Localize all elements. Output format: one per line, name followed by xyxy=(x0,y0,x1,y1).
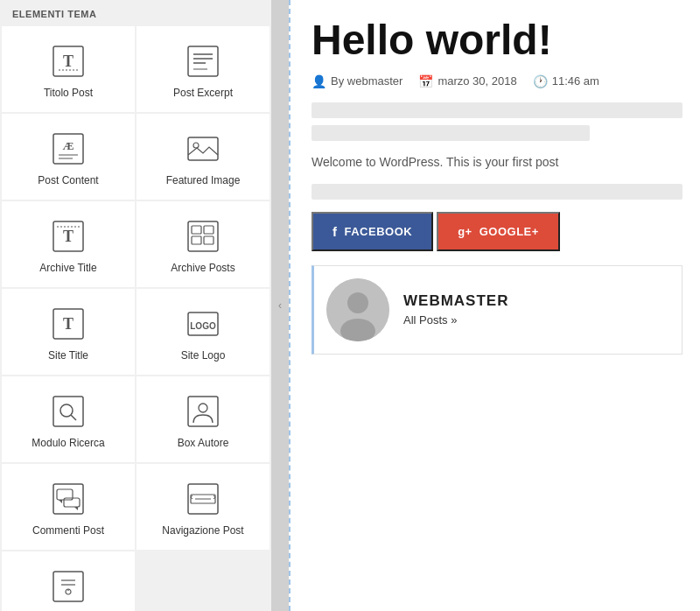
svg-rect-20 xyxy=(192,236,201,244)
post-content-label: Post Content xyxy=(38,174,98,186)
author-icon xyxy=(185,393,221,430)
grid-item-post-info[interactable]: Post Info xyxy=(2,551,135,611)
svg-marker-35 xyxy=(74,507,78,510)
site-logo-label: Site Logo xyxy=(181,349,226,362)
archive-title-label: Archive Title xyxy=(39,262,96,274)
archive-posts-label: Archive Posts xyxy=(171,262,234,274)
author-box: WEBMASTER All Posts » xyxy=(312,265,682,355)
post-excerpt-text: Welcome to WordPress. This is your first… xyxy=(312,153,682,172)
archive-posts-icon xyxy=(185,218,221,255)
author-link[interactable]: All Posts » xyxy=(403,313,508,327)
grid-item-featured-image[interactable]: Featured Image xyxy=(136,114,270,200)
featured-image-label: Featured Image xyxy=(166,174,241,186)
divider-arrow: ‹ xyxy=(278,299,282,312)
svg-rect-3 xyxy=(188,46,218,76)
meta-time-text: 11:46 am xyxy=(552,74,599,88)
svg-point-45 xyxy=(347,292,368,313)
navigazione-post-label: Navigazione Post xyxy=(162,524,243,537)
author-info: WEBMASTER All Posts » xyxy=(403,292,508,327)
title-icon: T xyxy=(50,43,87,80)
svg-rect-18 xyxy=(192,226,201,234)
svg-text:LOGO: LOGO xyxy=(190,321,216,331)
grid-item-site-title[interactable]: T Site Title xyxy=(2,289,135,375)
commenti-post-label: Commenti Post xyxy=(32,524,104,537)
svg-point-27 xyxy=(60,404,73,417)
content-icon: Æ xyxy=(50,130,87,167)
navigation-icon xyxy=(185,481,221,517)
svg-rect-12 xyxy=(188,137,218,160)
grid-item-titolo-post[interactable]: T Titolo Post xyxy=(2,26,135,112)
grid-item-navigazione-post[interactable]: Navigazione Post xyxy=(136,464,270,550)
facebook-label: FACEBOOK xyxy=(345,225,413,238)
svg-point-13 xyxy=(193,143,199,148)
placeholder-bar-3 xyxy=(312,184,682,200)
grid-item-site-logo[interactable]: LOGO Site Logo xyxy=(136,289,270,375)
titolo-post-label: Titolo Post xyxy=(44,87,93,99)
placeholder-bar-1 xyxy=(312,102,682,118)
archive-title-icon: T xyxy=(50,218,87,255)
placeholder-bar-2 xyxy=(312,125,590,141)
svg-rect-31 xyxy=(53,484,83,514)
site-title-icon: T xyxy=(50,306,87,342)
grid-item-box-autore[interactable]: Box Autore xyxy=(136,376,270,462)
panel-header: ELEMENTI TEMA xyxy=(0,0,271,26)
post-title: Hello world! xyxy=(312,18,682,64)
svg-text:T: T xyxy=(63,228,74,245)
author-name: WEBMASTER xyxy=(403,292,508,310)
time-meta-icon: 🕐 xyxy=(533,74,548,88)
meta-author-text: By webmaster xyxy=(331,74,402,88)
svg-rect-39 xyxy=(53,572,83,601)
meta-author: 👤 By webmaster xyxy=(312,74,402,88)
date-meta-icon: 📅 xyxy=(418,74,433,88)
svg-rect-29 xyxy=(188,397,218,426)
meta-date-text: marzo 30, 2018 xyxy=(438,74,516,88)
site-logo-icon: LOGO xyxy=(185,306,221,342)
avatar xyxy=(326,278,389,341)
author-meta-icon: 👤 xyxy=(312,74,326,88)
post-meta: 👤 By webmaster 📅 marzo 30, 2018 🕐 11:46 … xyxy=(312,74,682,88)
meta-time: 🕐 11:46 am xyxy=(533,74,599,88)
svg-point-30 xyxy=(199,404,207,412)
meta-date: 📅 marzo 30, 2018 xyxy=(418,74,516,88)
svg-rect-19 xyxy=(204,226,214,234)
svg-text:T: T xyxy=(63,53,74,70)
svg-marker-33 xyxy=(59,500,62,503)
modulo-ricerca-label: Modulo Ricerca xyxy=(32,437,104,449)
post-excerpt-label: Post Excerpt xyxy=(173,87,233,99)
grid-item-post-content[interactable]: Æ Post Content xyxy=(2,114,135,200)
svg-rect-21 xyxy=(204,236,214,244)
featured-image-icon xyxy=(185,130,221,167)
svg-line-28 xyxy=(71,415,76,420)
grid-item-archive-title[interactable]: T Archive Title xyxy=(2,201,135,287)
grid-item-commenti-post[interactable]: Commenti Post xyxy=(2,464,135,550)
grid-item-archive-posts[interactable]: Archive Posts xyxy=(136,201,270,287)
svg-rect-26 xyxy=(53,397,83,426)
right-panel: Hello world! 👤 By webmaster 📅 marzo 30, … xyxy=(289,0,700,611)
panel-divider[interactable]: ‹ xyxy=(271,0,289,611)
box-autore-label: Box Autore xyxy=(178,437,229,449)
elements-grid: T Titolo Post Post Excerpt xyxy=(0,26,271,611)
left-panel: ELEMENTI TEMA T Titolo Post xyxy=(0,0,271,611)
excerpt-icon xyxy=(185,43,221,80)
google-label: GOOGLE+ xyxy=(480,225,539,238)
grid-item-modulo-ricerca[interactable]: Modulo Ricerca xyxy=(2,376,135,462)
search-icon xyxy=(50,393,87,430)
facebook-icon: f xyxy=(332,224,338,239)
google-icon: g+ xyxy=(458,225,472,238)
grid-item-post-excerpt[interactable]: Post Excerpt xyxy=(136,26,270,112)
post-info-icon xyxy=(50,568,87,605)
svg-text:Æ: Æ xyxy=(63,139,74,152)
site-title-label: Site Title xyxy=(48,349,88,362)
svg-text:T: T xyxy=(63,315,74,333)
google-button[interactable]: g+ GOOGLE+ xyxy=(437,212,560,251)
social-buttons: f FACEBOOK g+ GOOGLE+ xyxy=(312,212,682,251)
comments-icon xyxy=(50,481,87,517)
facebook-button[interactable]: f FACEBOOK xyxy=(312,212,433,251)
